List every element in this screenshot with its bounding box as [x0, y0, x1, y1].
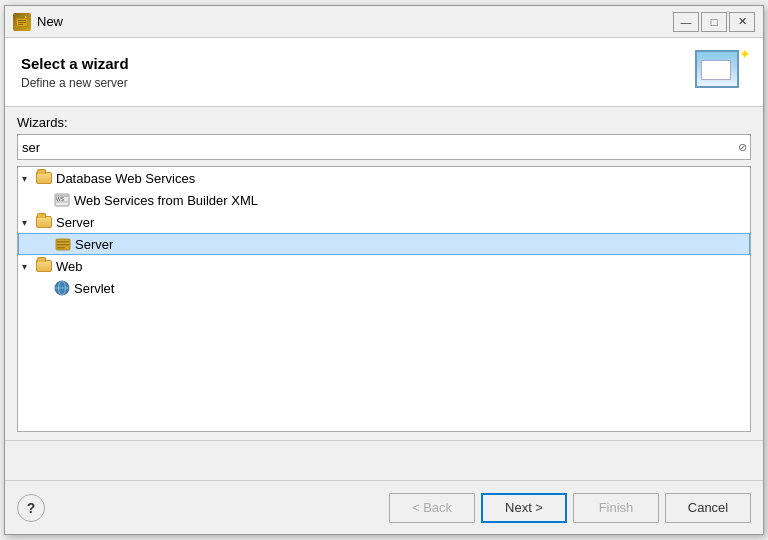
header-star-icon: ✦	[739, 46, 751, 62]
tree-item-server[interactable]: Server	[18, 233, 750, 255]
expand-icon-server: ▾	[22, 217, 34, 228]
server-icon	[55, 236, 71, 252]
restore-button[interactable]: □	[701, 12, 727, 32]
search-clear-icon[interactable]: ⊘	[738, 141, 747, 154]
close-button[interactable]: ✕	[729, 12, 755, 32]
dialog-title: New	[37, 14, 673, 29]
svg-text:WS: WS	[56, 196, 65, 202]
expand-icon-web: ▾	[22, 261, 34, 272]
server-item-label: Server	[75, 237, 113, 252]
search-container: ⊘	[17, 134, 751, 160]
footer-left: ?	[17, 494, 45, 522]
web-cat-label: Web	[56, 259, 83, 274]
svg-rect-11	[57, 241, 69, 243]
footer-right: < Back Next > Finish Cancel	[45, 493, 751, 523]
header-subtitle: Define a new server	[21, 76, 129, 90]
new-wizard-dialog: New — □ ✕ Select a wizard Define a new s…	[4, 5, 764, 535]
header-text: Select a wizard Define a new server	[21, 55, 129, 90]
wizards-label: Wizards:	[17, 115, 751, 130]
svg-rect-2	[18, 20, 26, 21]
tree-item-server-cat[interactable]: ▾ Server	[18, 211, 750, 233]
header-image-inner	[695, 50, 739, 88]
svg-rect-3	[18, 22, 26, 23]
servlet-icon	[54, 280, 70, 296]
servlet-label: Servlet	[74, 281, 114, 296]
content-section: Wizards: ⊘ ▾ Database Web Services WS	[5, 107, 763, 440]
folder-icon	[36, 171, 52, 185]
svg-rect-13	[57, 247, 65, 249]
header-image: ✦	[695, 50, 747, 94]
cancel-button[interactable]: Cancel	[665, 493, 751, 523]
ws-builder-icon: WS	[54, 192, 70, 208]
header-title: Select a wizard	[21, 55, 129, 72]
finish-button[interactable]: Finish	[573, 493, 659, 523]
tree-item-web-cat[interactable]: ▾ Web	[18, 255, 750, 277]
dialog-icon	[13, 13, 31, 31]
ws-from-builder-label: Web Services from Builder XML	[74, 193, 258, 208]
folder-icon-web	[36, 259, 52, 273]
title-bar-controls: — □ ✕	[673, 12, 755, 32]
server-cat-label: Server	[56, 215, 94, 230]
db-web-services-label: Database Web Services	[56, 171, 195, 186]
title-bar: New — □ ✕	[5, 6, 763, 38]
tree-item-servlet[interactable]: Servlet	[18, 277, 750, 299]
folder-icon-server	[36, 215, 52, 229]
back-button[interactable]: < Back	[389, 493, 475, 523]
footer: ? < Back Next > Finish Cancel	[5, 480, 763, 534]
expand-icon: ▾	[22, 173, 34, 184]
next-button[interactable]: Next >	[481, 493, 567, 523]
help-button[interactable]: ?	[17, 494, 45, 522]
minimize-button[interactable]: —	[673, 12, 699, 32]
svg-marker-5	[25, 16, 27, 18]
svg-rect-4	[18, 24, 23, 25]
spacer	[5, 440, 763, 480]
tree-item-db-web-services[interactable]: ▾ Database Web Services	[18, 167, 750, 189]
search-input[interactable]	[17, 134, 751, 160]
svg-rect-12	[57, 244, 69, 246]
tree-container[interactable]: ▾ Database Web Services WS Web Services …	[17, 166, 751, 432]
tree-item-ws-from-builder[interactable]: WS Web Services from Builder XML	[18, 189, 750, 211]
header-section: Select a wizard Define a new server ✦	[5, 38, 763, 107]
